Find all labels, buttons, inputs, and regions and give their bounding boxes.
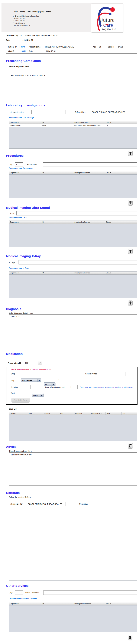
patient-id-label: Patient ID xyxy=(8,46,17,48)
cell-id: 6198 xyxy=(41,124,73,127)
column-header: Department xyxy=(9,121,41,124)
consultant-label: Consultant xyxy=(79,503,88,505)
column-header: Investigation/Service xyxy=(73,221,105,224)
recommended-uss-label: Recommended USS xyxy=(9,217,27,219)
delete-procedures-button[interactable] xyxy=(128,200,132,206)
lab-investigation-input[interactable] xyxy=(32,110,66,114)
duration-unit-select[interactable]: Day/s ▼ xyxy=(32,393,44,397)
refresh-prescription-button[interactable] xyxy=(38,361,42,365)
way-qty-input[interactable] xyxy=(57,378,64,382)
column-header: Status xyxy=(105,602,137,605)
section-title-other-services: Other Services xyxy=(6,584,28,588)
plus-circle-icon xyxy=(14,399,16,402)
procedures-input[interactable] xyxy=(43,162,137,166)
frequency-select[interactable]: OD ▼ xyxy=(44,382,56,386)
cell-department: Investigations xyxy=(9,124,41,127)
consulted-by-label: Consulted By : Dr. LEONEL ENRIQUE GUERRA… xyxy=(6,34,58,36)
recommended-procedures-label: Recommended Procedures xyxy=(9,167,33,169)
advice-hint: Enter Doctor's Advice Here xyxy=(9,450,32,452)
section-title-xray: Medical Imaging X-Ray xyxy=(6,254,41,258)
xray-table-header: Department ID Investigation/Service Stat… xyxy=(9,272,137,275)
delete-uss-button[interactable] xyxy=(128,249,132,254)
referring-doctor-input[interactable] xyxy=(26,502,66,506)
trash-icon xyxy=(129,152,132,155)
column-header: Status xyxy=(105,221,137,224)
other-services-input[interactable] xyxy=(43,590,137,595)
company-address: Le Chainter,Victoria,Mahe,Seychelles T: … xyxy=(13,15,39,27)
drug-suggestion-note: Please select the Drug from Drug suggess… xyxy=(10,368,51,370)
address-line: E: jude@future.sc xyxy=(13,22,39,24)
delete-xray-button[interactable] xyxy=(128,300,132,306)
procedures-label: Procedures : xyxy=(27,164,38,166)
consulted-by-doctor-name: LEONEL ENRIQUE GUERRA ROSALES xyxy=(24,34,58,36)
uss-input[interactable] xyxy=(16,211,137,216)
delete-lab-button[interactable] xyxy=(128,150,132,156)
column-header: ID xyxy=(41,172,73,174)
column-header: Status xyxy=(105,172,137,174)
delete-advice-button[interactable] xyxy=(128,443,133,448)
xray-input[interactable] xyxy=(18,260,137,264)
logo-tagline: Body Mind Soul xyxy=(102,28,116,30)
duration-label: Duration : xyxy=(10,386,19,388)
procedures-qty-input[interactable] xyxy=(15,162,23,166)
add-drug-panel: Please select the Drug from Drug suggess… xyxy=(6,367,138,405)
prescription-id-input[interactable] xyxy=(24,361,37,365)
table-row[interactable]: Investigations 6198 Pap Smear Test Repor… xyxy=(9,124,137,127)
uss-label: USS : xyxy=(9,213,14,215)
section-title-presenting-complaints: Presenting Complaints xyxy=(6,59,41,62)
procedures-table-header: Department ID Investigation/Service Stat… xyxy=(9,172,137,174)
duration-unit-value: Day/s xyxy=(33,394,38,396)
lab-table-header: Department ID Investigation/Service Stat… xyxy=(9,121,137,124)
per-meal-input[interactable] xyxy=(69,385,78,390)
other-table-header: Department ID Investigation / Service St… xyxy=(9,602,137,606)
company-title: Future Care by Future Holdings (Pty) Lim… xyxy=(13,11,51,13)
company-logo: Future Care Body Mind Soul xyxy=(91,4,123,32)
prescription-id-label: Prescription ID : xyxy=(8,362,22,364)
consultant-input[interactable] xyxy=(93,502,136,506)
column-header: Status xyxy=(105,272,137,274)
total-label: Total : xyxy=(10,392,18,394)
drug-input[interactable] xyxy=(21,372,81,376)
complaints-textarea[interactable]: BREAST USS REPORT TODAY: BI-RADS 3 xyxy=(9,69,137,99)
chevron-down-icon: ▼ xyxy=(40,394,43,397)
section-title-medication: Medication xyxy=(6,352,23,356)
column-header: Department xyxy=(9,602,41,605)
per-meal-label: Drugs/Tablets per meal : xyxy=(45,386,66,388)
diagnosis-textarea[interactable]: BI-RADS 3 xyxy=(9,314,137,347)
referring-doctor-label: Reffering Doctor xyxy=(9,503,22,505)
referred-by-value: LEONEL ENRIQUE GUERRA ROSALES xyxy=(91,111,125,113)
xray-table: Department ID Investigation/Service Stat… xyxy=(9,271,137,298)
chevron-down-icon: ▼ xyxy=(52,383,55,386)
column-header: ID xyxy=(41,272,73,274)
trash-lid-icon xyxy=(129,444,132,448)
visit-date-value: : 2024-10-31 xyxy=(45,50,56,52)
visit-id-value: : 16651 xyxy=(20,50,26,52)
column-header: Investigation / Service xyxy=(73,602,105,605)
future-care-logo-graphic: Future Care Body Mind Soul xyxy=(91,4,123,32)
column-header: Investigation/Service xyxy=(73,272,105,274)
other-qty-input[interactable] xyxy=(15,590,23,595)
column-header: Note xyxy=(106,412,122,415)
diagnosis-hint: Enter Diagnosis Details Here xyxy=(9,312,33,314)
trash-icon xyxy=(129,636,132,639)
consult-date-label: Date xyxy=(6,39,10,41)
column-header: Investigation/Service xyxy=(73,121,105,124)
add-drug-button[interactable]: Add Drug xyxy=(12,398,30,402)
address-line: Le Chainter,Victoria,Mahe,Seychelles xyxy=(13,15,39,17)
advice-textarea[interactable]: SEND FOR MAMMOGRAM xyxy=(9,452,137,486)
refresh-icon xyxy=(39,362,42,364)
delete-other-services-button[interactable] xyxy=(128,635,132,640)
section-title-laboratory-investigations: Laboratory Investigations xyxy=(6,104,45,107)
duration-input[interactable] xyxy=(21,385,31,390)
drug-list-label: Drug List xyxy=(9,408,17,410)
section-title-advice: Advice xyxy=(6,445,16,448)
other-qty-label: Qty : xyxy=(9,592,13,594)
column-header: Status xyxy=(105,121,137,124)
way-select[interactable]: Before Meal ▼ xyxy=(21,378,42,382)
age-value: : 64 xyxy=(98,46,101,48)
section-title-procedures: Procedures xyxy=(6,154,24,158)
special-notes-input[interactable] xyxy=(102,372,126,376)
chevron-down-icon: ▼ xyxy=(38,379,41,382)
referrals-list-box[interactable] xyxy=(9,508,137,580)
gender-value: : Female xyxy=(116,46,123,48)
